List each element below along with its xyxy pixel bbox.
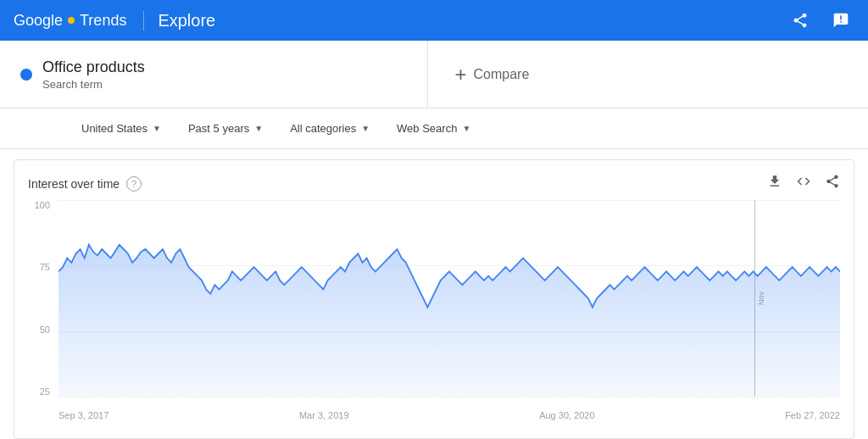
y-label-50: 50: [28, 325, 53, 335]
time-filter[interactable]: Past 5 years ▼: [175, 117, 276, 140]
embed-icon[interactable]: [796, 174, 811, 193]
search-term-subtitle: Search term: [42, 78, 145, 91]
time-chevron-icon: ▼: [254, 124, 263, 133]
download-icon[interactable]: [767, 174, 782, 193]
app-header: Google Trends Explore: [0, 0, 868, 41]
google-logo-text: Google: [14, 12, 63, 30]
trends-logo-text: Trends: [80, 12, 126, 30]
feedback-icon[interactable]: [827, 7, 854, 34]
search-term-title: Office products: [42, 58, 145, 76]
y-label-25: 25: [28, 386, 53, 397]
search-bar-area: Office products Search term + Compare: [0, 41, 868, 108]
search-type-label: Web Search: [397, 122, 457, 135]
filters-bar: United States ▼ Past 5 years ▼ All categ…: [0, 108, 868, 149]
region-filter[interactable]: United States ▼: [68, 117, 175, 140]
chart-title-area: Interest over time ?: [28, 176, 142, 192]
compare-box[interactable]: + Compare: [428, 41, 869, 108]
region-chevron-icon: ▼: [153, 124, 161, 133]
search-term-text: Office products Search term: [42, 58, 145, 91]
time-label: Past 5 years: [188, 122, 249, 135]
logo-dot: [68, 17, 75, 24]
chart-share-icon[interactable]: [825, 174, 840, 193]
search-term-dot: [20, 69, 32, 81]
search-type-chevron-icon: ▼: [462, 124, 470, 133]
chart-plot-area: Nov: [58, 200, 840, 397]
categories-filter[interactable]: All categories ▼: [276, 117, 383, 140]
search-type-filter[interactable]: Web Search ▼: [383, 117, 484, 140]
categories-chevron-icon: ▼: [361, 124, 370, 133]
x-label-3: Aug 30, 2020: [539, 410, 594, 420]
chart-info-icon[interactable]: ?: [126, 176, 142, 192]
header-left: Google Trends Explore: [14, 11, 215, 31]
chart-header: Interest over time ?: [28, 174, 840, 193]
grid-line-25: [58, 397, 840, 397]
compare-label: Compare: [474, 67, 530, 82]
chart-actions: [767, 174, 840, 193]
explore-label: Explore: [143, 11, 215, 31]
x-label-2: Mar 3, 2019: [299, 410, 349, 420]
trend-line-svg: [58, 200, 840, 397]
y-axis-labels: 100 75 50 25: [28, 200, 53, 397]
google-trends-logo: Google Trends: [14, 12, 126, 30]
compare-plus-icon: +: [455, 63, 467, 86]
chart-title: Interest over time: [28, 177, 120, 191]
header-icons: [787, 7, 854, 34]
region-label: United States: [81, 122, 147, 135]
y-label-75: 75: [28, 262, 53, 272]
categories-label: All categories: [290, 122, 356, 135]
x-label-1: Sep 3, 2017: [58, 410, 108, 420]
x-label-4: Feb 27, 2022: [785, 410, 840, 420]
chart-wrapper: 100 75 50 25 Nov: [28, 200, 840, 420]
y-label-100: 100: [28, 200, 53, 210]
interest-over-time-chart: Interest over time ? 100 75 50 25: [14, 159, 854, 439]
search-term-box[interactable]: Office products Search term: [0, 41, 428, 108]
share-icon[interactable]: [787, 7, 814, 34]
x-axis-labels: Sep 3, 2017 Mar 3, 2019 Aug 30, 2020 Feb…: [58, 400, 840, 420]
